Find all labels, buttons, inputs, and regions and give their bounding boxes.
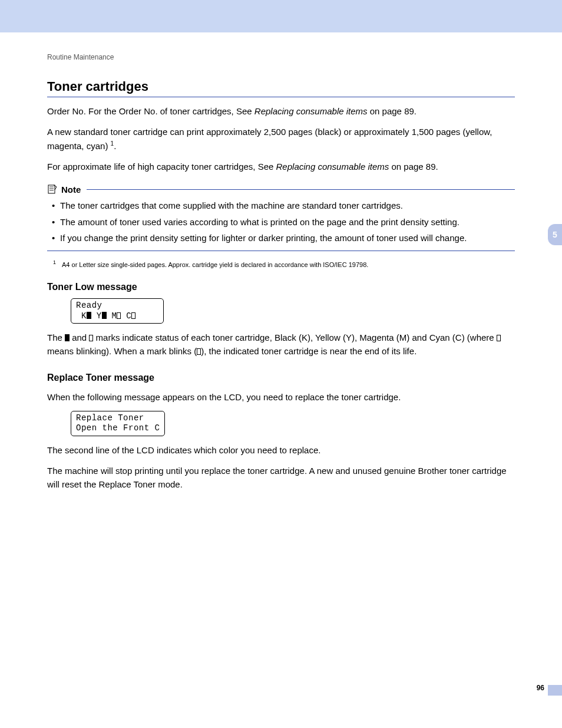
text: and [70,332,89,342]
text: on page 89. [389,162,438,172]
mark-solid-icon [65,334,70,341]
page-number: 96 [537,684,544,692]
note-item: The toner cartridges that come supplied … [60,198,515,213]
text: Order No. For the Order No. of toner car… [47,106,254,116]
footnote-text: A4 or Letter size single-sided pages. Ap… [62,261,368,268]
link-replacing-consumables[interactable]: Replacing consumable items [254,106,368,116]
paragraph-order-no: Order No. For the Order No. of toner car… [47,104,515,118]
text: marks indicate status of each toner cart… [93,332,496,342]
lcd-k: K [81,311,87,321]
header-band [0,0,562,32]
paragraph-marks-explain: The and marks indicate status of each to… [47,331,515,358]
paragraph-second-line: The second line of the LCD indicates whi… [47,443,515,457]
paragraph-replace-intro: When the following message appears on th… [47,390,515,404]
text: The [47,332,65,342]
lcd-line: Replace Toner [76,413,160,424]
text: For approximate life of high capacity to… [47,162,276,172]
note-label: Note [61,185,81,195]
lcd-display-ready: Ready K Y M C [71,298,164,324]
footnote: 1A4 or Letter size single-sided pages. A… [47,259,515,268]
paragraph-yield: A new standard toner cartridge can print… [47,125,515,153]
mark-outline-icon [117,312,121,319]
mark-solid-icon [102,312,107,319]
lcd-c: C [126,311,131,321]
page-number-tab [548,685,562,696]
lcd-line: Ready [76,301,158,311]
text: on page 89. [368,106,416,116]
link-replacing-consumables[interactable]: Replacing consumable items [276,162,389,172]
section-heading: Toner cartridges [47,79,515,97]
lcd-y: Y [97,311,102,321]
text: ), the indicated toner cartridge is near… [201,346,416,356]
note-item: If you change the print density setting … [60,230,515,246]
note-rule-bottom [47,251,515,251]
lcd-m: M [112,311,117,321]
paragraph-stop-printing: The machine will stop printing until you… [47,464,515,492]
note-icon [47,184,58,195]
svg-rect-0 [48,185,55,193]
note-header: Note [47,184,515,195]
lcd-line: K Y M C [76,311,158,322]
paragraph-high-capacity: For approximate life of high capacity to… [47,160,515,173]
mark-solid-icon [87,312,91,319]
lcd-line: Open the Front C [76,423,160,434]
lcd-display-replace: Replace Toner Open the Front C [71,411,165,436]
footnote-number: 1 [53,259,56,265]
note-rule [87,189,515,190]
note-item: The amount of toner used varies accordin… [60,215,515,230]
note-list: The toner cartridges that come supplied … [47,198,515,246]
subheading-toner-low: Toner Low message [47,282,515,292]
text: . [114,141,116,151]
mark-outline-icon [497,335,501,341]
mark-outline-icon [131,312,135,319]
page-content: Routine Maintenance Toner cartridges Ord… [0,32,562,492]
breadcrumb: Routine Maintenance [47,53,515,61]
text: means blinking). When a mark blinks ( [47,346,197,356]
subheading-replace-toner: Replace Toner message [47,373,515,383]
